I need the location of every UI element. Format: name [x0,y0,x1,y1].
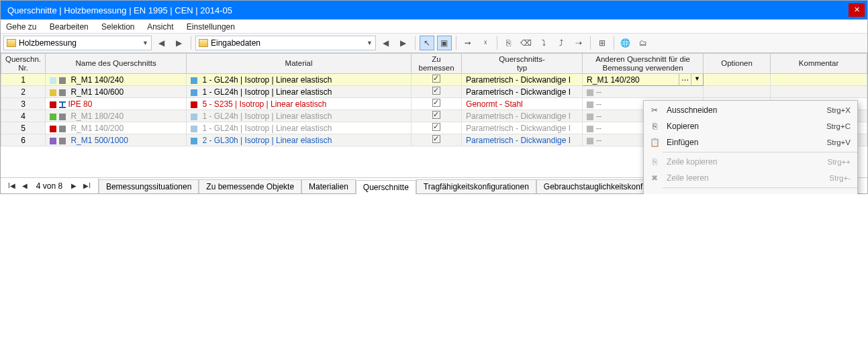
cell-to-design[interactable] [412,110,462,122]
cell-material[interactable]: 1 - GL24h | Isotrop | Linear elastisch [187,74,412,86]
cell-to-design[interactable] [412,86,462,98]
header-other-section[interactable]: Anderen Querschnitt für die Bemessung ve… [583,54,704,74]
cell-name[interactable]: R_M1 500/1000 [46,134,187,146]
globe-button[interactable]: 🌐 [618,36,633,50]
addon-selector[interactable]: Holzbemessung ▼ [3,36,152,50]
cell-material[interactable]: 1 - GL24h | Isotrop | Linear elastisch [187,86,412,98]
tab-cross-sections[interactable]: Querschnitte [356,180,416,194]
tool-1-button[interactable]: ➙ [461,36,475,50]
nav-prev-addon-button[interactable]: ◀ [154,36,169,50]
table-row[interactable]: 2 R_M1 140/600 1 - GL24h | Isotrop | Lin… [1,86,867,98]
table-nav: I◀ ◀ 4 von 8 ▶ ▶I [1,178,99,193]
ctx-row-copy[interactable]: ⎘Zeile kopierenStrg++ [644,154,857,170]
tab-materials[interactable]: Materialien [301,179,356,193]
cell-section-type[interactable]: Parametrisch - Dickwandige I [462,134,583,146]
row-copy-icon: ⎘ [646,157,663,167]
tool-2-button[interactable]: ᵡ [478,36,493,50]
cell-material[interactable]: 2 - GL30h | Isotrop | Linear elastisch [187,134,412,146]
view-selector[interactable]: Eingabedaten ▼ [195,36,376,50]
details-button[interactable]: … [679,74,691,85]
cell-section-type[interactable]: Parametrisch - Dickwandige I [462,122,583,134]
ctx-copy[interactable]: ⎘KopierenStrg+C [644,118,857,134]
menubar: Gehe zu Bearbeiten Selektion Ansicht Ein… [1,19,867,34]
nav-next-addon-button[interactable]: ▶ [172,36,187,50]
ctx-paste[interactable]: 📋EinfügenStrg+V [644,134,857,150]
row-clear-icon: ✖ [646,173,663,183]
cell-material[interactable]: 1 - GL24h | Isotrop | Linear elastisch [187,110,412,122]
context-menu: ✂AusschneidenStrg+X ⎘KopierenStrg+C 📋Ein… [643,100,858,194]
cell-section-type[interactable]: Parametrisch - Dickwandige I [462,74,583,86]
nav-last-button[interactable]: ▶I [81,181,93,191]
checkbox-icon [432,75,440,83]
cell-to-design[interactable] [412,74,462,86]
menu-edit[interactable]: Bearbeiten [50,22,89,32]
app-window: Querschnitte | Holzbemessung | EN 1995 |… [0,0,868,194]
header-material[interactable]: Material [187,54,412,74]
row-delete-button[interactable]: ⤴ [554,36,569,50]
row-clear-button[interactable]: ⌫ [519,36,534,50]
row-copy-button[interactable]: ⎘ [501,36,516,50]
cell-section-type[interactable]: Parametrisch - Dickwandige I [462,110,583,122]
row-number[interactable]: 6 [1,134,46,146]
ctx-row-clear[interactable]: ✖Zeile leerenStrg+- [644,170,857,186]
ctx-row-insert[interactable]: ⤵Zeile einfügenStrg+I [644,189,857,194]
table-row[interactable]: 1 R_M1 140/240 1 - GL24h | Isotrop | Lin… [1,74,867,86]
row-number[interactable]: 1 [1,74,46,86]
export-excel-button[interactable]: ⊞ [595,36,610,50]
cell-to-design[interactable] [412,98,462,110]
cell-name[interactable]: R_M1 180/240 [46,110,187,122]
menu-goto[interactable]: Gehe zu [6,22,36,32]
copy-icon: ⎘ [646,122,663,131]
cell-name[interactable]: R_M1 140/200 [46,122,187,134]
nav-prev-view-button[interactable]: ◀ [379,36,393,50]
cell-comment[interactable] [771,74,867,86]
view-selector-label: Eingabedaten [211,38,260,48]
tab-design-situations[interactable]: Bemessungssituationen [99,179,199,193]
cell-name[interactable]: R_M1 140/600 [46,86,187,98]
ctx-cut[interactable]: ✂AusschneidenStrg+X [644,102,857,118]
dropdown-button[interactable]: ▼ [691,74,703,85]
menu-settings[interactable]: Einstellungen [187,22,235,32]
cell-options[interactable] [704,74,771,86]
cell-comment[interactable] [771,86,867,98]
cell-name[interactable]: R_M1 140/240 [46,74,187,86]
nav-prev-button[interactable]: ◀ [20,181,30,191]
row-number[interactable]: 2 [1,86,46,98]
header-options[interactable]: Optionen [704,54,771,74]
cell-other-section[interactable]: -- [583,86,704,98]
nav-next-view-button[interactable]: ▶ [396,36,411,50]
row-number[interactable]: 4 [1,110,46,122]
close-button[interactable]: ✕ [849,3,865,17]
cell-other-section[interactable]: R_M1 140/280…▼ [583,74,704,86]
row-number[interactable]: 3 [1,98,46,110]
header-nr[interactable]: Querschn. Nr. [1,54,46,74]
select-view-button[interactable]: ▣ [437,36,452,50]
empty-icon [587,89,593,96]
nav-next-button[interactable]: ▶ [69,181,79,191]
cell-material[interactable]: 1 - GL24h | Isotrop | Linear elastisch [187,122,412,134]
tab-uls-config[interactable]: Tragfähigkeitskonfigurationen [416,179,536,193]
cell-to-design[interactable] [412,122,462,134]
menu-selection[interactable]: Selektion [101,22,134,32]
cell-section-type[interactable]: Parametrisch - Dickwandige I [462,86,583,98]
cell-material[interactable]: 5 - S235 | Isotrop | Linear elastisch [187,98,412,110]
empty-icon [587,101,593,108]
header-to-design[interactable]: Zu bemessen [412,54,462,74]
nav-first-button[interactable]: I◀ [6,181,17,191]
row-action-button[interactable]: ⇢ [571,36,586,50]
cell-to-design[interactable] [412,134,462,146]
menu-view[interactable]: Ansicht [147,22,173,32]
cell-name[interactable]: IPE 80 [46,98,187,110]
nav-position: 4 von 8 [36,181,62,191]
tab-objects[interactable]: Zu bemessende Objekte [199,179,301,193]
header-comment[interactable]: Kommentar [771,54,867,74]
cell-section-type[interactable]: Genormt - Stahl [462,98,583,110]
cell-options[interactable] [704,86,771,98]
row-insert-button[interactable]: ⤵ [536,36,551,50]
header-name[interactable]: Name des Querschnitts [46,54,187,74]
ibeam-icon [59,101,66,108]
row-number[interactable]: 5 [1,122,46,134]
select-object-button[interactable]: ↖ [420,36,434,50]
header-section-type[interactable]: Querschnitts- typ [462,54,583,74]
props-button[interactable]: 🗂 [636,36,650,50]
